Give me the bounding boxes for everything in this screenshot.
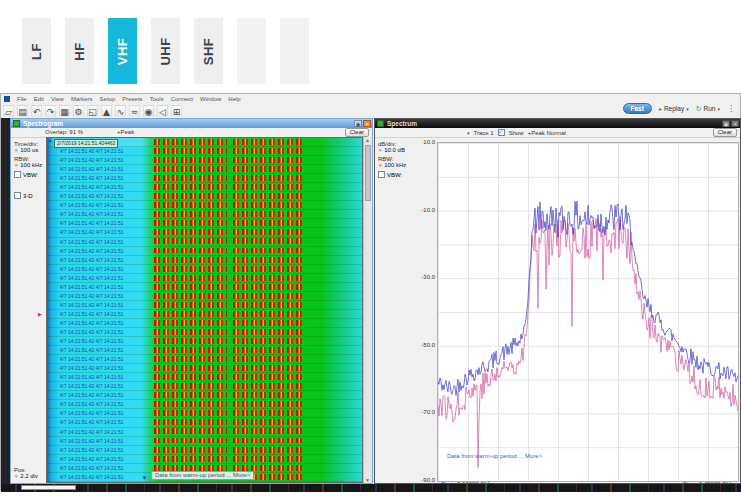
trace-dropdown-caret-icon[interactable]: ▾ bbox=[467, 130, 470, 136]
pos-field[interactable]: ✳ 2.2 div bbox=[14, 473, 38, 479]
rbw-field[interactable]: ✳ 100 kHz bbox=[14, 162, 45, 168]
display-select-icon[interactable]: ◱ bbox=[87, 105, 98, 117]
close-icon[interactable]: ✕ bbox=[731, 120, 739, 127]
spectrogram-row[interactable]: 4/7 14:21:51.42 4/7 14:21:51 bbox=[47, 355, 362, 364]
warmup-status-text[interactable]: Data from warm-up period ... More> bbox=[447, 453, 542, 459]
open-icon[interactable]: ▱ bbox=[3, 105, 14, 117]
band-tab-hf[interactable]: HF bbox=[65, 18, 94, 84]
marker-setup-icon[interactable]: ⊞ bbox=[171, 105, 182, 117]
timediv-field[interactable]: ✳ 100 us bbox=[14, 147, 45, 153]
scroll-down-icon[interactable]: ▼ bbox=[365, 477, 370, 483]
menu-item-edit[interactable]: Edit bbox=[34, 96, 44, 102]
threed-checkbox-row[interactable]: 3-D bbox=[14, 192, 45, 199]
spectrogram-row[interactable]: 4/7 14:21:51.42 4/7 14:21:51 bbox=[47, 446, 362, 455]
spectrogram-row[interactable]: 4/7 14:21:51.42 4/7 14:21:51 bbox=[47, 382, 362, 391]
spectrogram-row[interactable]: 4/7 14:21:51.42 4/7 14:21:51 bbox=[47, 301, 362, 310]
spectrogram-row[interactable]: 4/7 14:21:51.42 4/7 14:21:51 bbox=[47, 364, 362, 373]
vbw-checkbox-row[interactable]: VBW: bbox=[378, 171, 418, 178]
band-tab-empty-5[interactable] bbox=[237, 18, 266, 84]
spectrogram-row[interactable]: 4/7 14:21:51.42 4/7 14:21:51 bbox=[47, 409, 362, 418]
spectrogram-row[interactable]: 4/7 14:21:51.42 4/7 14:21:51 bbox=[47, 265, 362, 274]
print-icon[interactable]: ▦ bbox=[59, 105, 70, 117]
spinner-icon[interactable]: ✳ bbox=[14, 162, 18, 168]
audio-icon[interactable]: ◁ bbox=[157, 105, 168, 117]
spectrogram-row[interactable]: 4/7 14:21:51.42 4/7 14:21:51 bbox=[47, 319, 362, 328]
replay-button[interactable]: ▸ Replay ▾ bbox=[659, 105, 689, 112]
spectrogram-row[interactable]: 4/7 14:21:51.42 4/7 14:21:51 bbox=[47, 400, 362, 409]
overflow-menu-icon[interactable]: ⋮ bbox=[727, 104, 735, 113]
spectrogram-row[interactable]: 4/7 14:21:51.42 4/7 14:21:51 bbox=[47, 418, 362, 427]
warmup-status-overlay[interactable]: Data from warm-up period ... More> bbox=[151, 471, 254, 480]
analysis-icon[interactable]: ∿ bbox=[115, 105, 126, 117]
restore-icon[interactable]: ▣ bbox=[722, 120, 730, 127]
redo-icon[interactable]: ↷ bbox=[45, 105, 56, 117]
spectrogram-row[interactable]: 4/7 14:21:51.42 4/7 14:21:51 bbox=[47, 256, 362, 265]
spectrogram-row[interactable]: 4/7 14:21:51.42 4/7 14:21:51 bbox=[47, 292, 362, 301]
trace-selector[interactable]: Trace 1 bbox=[474, 130, 494, 136]
menu-item-help[interactable]: Help bbox=[228, 96, 240, 102]
rbw-field[interactable]: ✳ 100 kHz bbox=[378, 162, 418, 168]
menu-item-file[interactable]: File bbox=[17, 96, 27, 102]
trace-icon[interactable]: ≈ bbox=[129, 105, 140, 117]
band-tab-lf[interactable]: LF bbox=[22, 18, 51, 84]
vbw-checkbox[interactable] bbox=[378, 171, 385, 178]
band-tab-empty-6[interactable] bbox=[280, 18, 309, 84]
spectrogram-row[interactable]: 4/7 14:21:51.42 4/7 14:21:51 bbox=[47, 219, 362, 228]
amplitude-icon[interactable]: ▲ bbox=[101, 105, 112, 117]
spectrogram-row[interactable]: 4/7 14:21:51.42 4/7 14:21:51 bbox=[47, 283, 362, 292]
spectrogram-row[interactable]: 4/7 14:21:51.42 4/7 14:21:51 bbox=[47, 238, 362, 247]
menu-item-presets[interactable]: Presets bbox=[122, 96, 142, 102]
spectrogram-row[interactable]: 4/7 14:21:51.42 4/7 14:21:51 bbox=[47, 192, 362, 201]
menu-item-view[interactable]: View bbox=[51, 96, 64, 102]
save-icon[interactable]: ▤ bbox=[17, 105, 28, 117]
spectrogram-row[interactable]: 4/7 14:21:51.42 4/7 14:21:51 bbox=[47, 346, 362, 355]
spectrogram-row[interactable]: 4/7 14:21:51.42 4/7 14:21:51 bbox=[47, 455, 362, 464]
band-tab-uhf[interactable]: UHF bbox=[151, 18, 180, 84]
spectrum-graticule[interactable] bbox=[437, 142, 739, 482]
spectrogram-row[interactable]: 4/7 14:21:51.42 4/7 14:21:51 bbox=[47, 201, 362, 210]
spectrogram-titlebar[interactable]: Spectrogram ▣ ✕ bbox=[11, 119, 372, 128]
close-icon[interactable]: ✕ bbox=[363, 120, 371, 127]
spectrogram-row[interactable]: 4/7 14:21:51.42 4/7 14:21:51 bbox=[47, 156, 362, 165]
vbw-checkbox-row[interactable]: VBW: bbox=[14, 171, 45, 178]
spectrogram-row[interactable]: 4/7 14:21:51.42 4/7 14:21:51 bbox=[47, 147, 362, 156]
spectrum-titlebar[interactable]: Spectrum ▣ ✕ bbox=[375, 119, 740, 128]
threed-checkbox[interactable] bbox=[14, 192, 21, 199]
band-tab-shf[interactable]: SHF bbox=[194, 18, 223, 84]
scrollbar-thumb[interactable] bbox=[365, 145, 371, 201]
replay-caret-icon[interactable]: ▾ bbox=[686, 106, 689, 112]
spinner-icon[interactable]: ✳ bbox=[14, 473, 18, 479]
spinner-icon[interactable]: ✳ bbox=[378, 162, 382, 168]
spectrogram-row[interactable]: 4/7 14:21:51.42 4/7 14:21:51 bbox=[47, 247, 362, 256]
acquire-icon[interactable]: ◉ bbox=[143, 105, 154, 117]
run-caret-icon[interactable]: ▾ bbox=[717, 106, 720, 112]
show-checkbox[interactable] bbox=[498, 129, 505, 136]
menu-item-markers[interactable]: Markers bbox=[71, 96, 93, 102]
undo-icon[interactable]: ↶ bbox=[31, 105, 42, 117]
detector-readout[interactable]: +Peak bbox=[117, 129, 134, 135]
band-tab-vhf[interactable]: VHF bbox=[108, 18, 137, 84]
spinner-icon[interactable]: ✳ bbox=[378, 147, 382, 153]
menu-item-setup[interactable]: Setup bbox=[100, 96, 116, 102]
spectrogram-row[interactable]: 4/7 14:21:51.42 4/7 14:21:51 bbox=[47, 165, 362, 174]
clear-button[interactable]: Clear bbox=[713, 128, 737, 137]
spectrogram-row[interactable]: 4/7 14:21:51.42 4/7 14:21:51 bbox=[47, 174, 362, 183]
menu-item-window[interactable]: Window bbox=[200, 96, 221, 102]
spectrogram-display[interactable]: ▲ 2/7/2019 14:21:51.424462 ▼ Data from w… bbox=[46, 137, 363, 483]
menu-item-connect[interactable]: Connect bbox=[171, 96, 193, 102]
spectrogram-row[interactable]: 4/7 14:21:51.42 4/7 14:21:51 bbox=[47, 228, 362, 237]
spectrogram-scrollbar[interactable]: ▲ ▼ bbox=[363, 137, 372, 483]
clear-button[interactable]: Clear bbox=[345, 128, 369, 137]
vbw-checkbox[interactable] bbox=[14, 171, 21, 178]
spectrogram-row[interactable]: 4/7 14:21:51.42 4/7 14:21:51 bbox=[47, 210, 362, 219]
trace-mode-readout[interactable]: +Peak Normal bbox=[528, 130, 566, 136]
settings-gear-icon[interactable]: ⚙ bbox=[73, 105, 84, 117]
spectrogram-row[interactable]: 4/7 14:21:51.42 4/7 14:21:51 bbox=[47, 373, 362, 382]
spectrogram-row[interactable]: 4/7 14:21:51.42 4/7 14:21:51 bbox=[47, 391, 362, 400]
overlap-readout[interactable]: Overlap: 91 % bbox=[45, 129, 83, 135]
dbdiv-field[interactable]: ✳ 10.0 dB bbox=[378, 147, 418, 153]
run-button[interactable]: ↻ Run ▾ bbox=[696, 105, 720, 113]
spinner-icon[interactable]: ✳ bbox=[14, 147, 18, 153]
spectrogram-row[interactable]: 4/7 14:21:51.42 4/7 14:21:51 bbox=[47, 428, 362, 437]
spectrogram-row[interactable]: 4/7 14:21:51.42 4/7 14:21:51 bbox=[47, 310, 362, 319]
